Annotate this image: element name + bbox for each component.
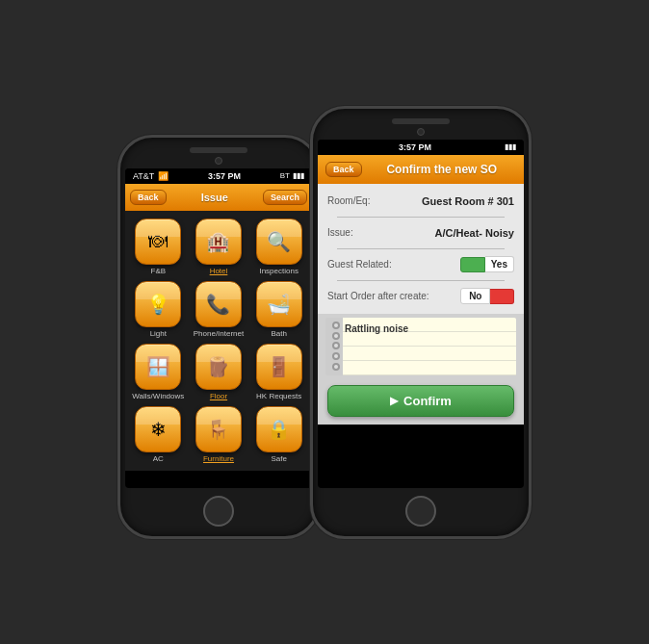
toggle-green-indicator bbox=[460, 257, 485, 272]
note-ring-4 bbox=[332, 352, 340, 360]
icon-item-phone-internet[interactable]: 📞Phone/Internet bbox=[192, 281, 247, 338]
back-button-2[interactable]: Back bbox=[325, 162, 362, 177]
note-ring-2 bbox=[332, 332, 340, 340]
guest-related-toggle[interactable]: Yes bbox=[460, 256, 514, 272]
guest-related-label: Guest Related: bbox=[327, 259, 392, 270]
scene: AT&T 📶 3:57 PM BT ▮▮▮ Back Issue Search … bbox=[117, 106, 532, 539]
status-right-1: BT ▮▮▮ bbox=[280, 171, 304, 180]
note-binding bbox=[329, 318, 343, 375]
icon-item-light[interactable]: 💡Light bbox=[131, 281, 186, 338]
icon-label-inspections: Inspections bbox=[259, 267, 298, 275]
time-display-1: 3:57 PM bbox=[208, 171, 241, 181]
toggle-no-label: No bbox=[460, 288, 490, 304]
screen-title-1: Issue bbox=[170, 192, 259, 203]
phone-2: 3:57 PM ▮▮▮ Back Confirm the new SO Room… bbox=[310, 106, 532, 539]
icon-box-phone-internet: 📞 bbox=[195, 281, 242, 327]
icon-label-hotel: Hotel bbox=[210, 267, 228, 275]
note-ring-3 bbox=[332, 342, 340, 349]
icon-item-hotel[interactable]: 🏨Hotel bbox=[192, 219, 247, 275]
icon-box-light: 💡 bbox=[135, 281, 181, 327]
note-area[interactable]: Rattling noise bbox=[325, 318, 516, 375]
icon-item-bath[interactable]: 🛁Bath bbox=[251, 281, 306, 338]
icon-item-ac[interactable]: ❄AC bbox=[131, 406, 186, 463]
icon-box-bath: 🛁 bbox=[256, 281, 302, 327]
confirm-button[interactable]: ▶ Confirm bbox=[327, 385, 514, 417]
phone-1-home-area bbox=[203, 488, 234, 536]
confirm-screen: Back Confirm the new SO Room/Eq: Guest R… bbox=[318, 155, 524, 425]
icon-box-inspections: 🔍 bbox=[256, 219, 302, 265]
confirm-title: Confirm the new SO bbox=[368, 163, 516, 176]
battery-icon: ▮▮▮ bbox=[293, 171, 304, 180]
icon-label-ac: AC bbox=[153, 454, 164, 463]
icon-item-furniture[interactable]: 🪑Furniture bbox=[192, 406, 247, 463]
icon-box-fnb: 🍽 bbox=[135, 219, 181, 265]
icon-item-inspections[interactable]: 🔍Inspections bbox=[251, 219, 306, 275]
icon-box-ac: ❄ bbox=[135, 406, 181, 452]
room-label: Room/Eq: bbox=[327, 195, 370, 206]
guest-related-row: Guest Related: Yes bbox=[327, 255, 514, 274]
battery-icon-2: ▮▮▮ bbox=[505, 142, 516, 151]
toggle-yes-label: Yes bbox=[485, 256, 514, 272]
issue-value: A/C/Heat- Noisy bbox=[434, 227, 514, 239]
status-left-1: AT&T 📶 bbox=[133, 171, 169, 181]
note-ring-5 bbox=[332, 363, 340, 371]
start-order-toggle[interactable]: No bbox=[460, 288, 514, 304]
confirm-label: Confirm bbox=[403, 394, 452, 408]
icon-item-floor[interactable]: 🪵Floor bbox=[192, 344, 247, 400]
start-order-row: Start Order after create: No bbox=[327, 287, 514, 306]
note-ring-1 bbox=[332, 322, 340, 329]
phone-1-camera bbox=[215, 157, 222, 165]
icon-label-floor: Floor bbox=[210, 392, 227, 400]
room-row: Room/Eq: Guest Room # 301 bbox=[327, 192, 514, 211]
divider-2 bbox=[337, 248, 505, 249]
icon-item-safe[interactable]: 🔒Safe bbox=[251, 406, 306, 463]
search-button-1[interactable]: Search bbox=[263, 190, 307, 205]
icon-label-phone-internet: Phone/Internet bbox=[194, 329, 244, 338]
top-bar-1: Back Issue Search bbox=[125, 184, 312, 211]
carrier-label: AT&T bbox=[133, 171, 154, 181]
icon-label-hk-requests: HK Requests bbox=[256, 392, 301, 400]
icon-box-floor: 🪵 bbox=[195, 344, 242, 390]
start-order-label: Start Order after create: bbox=[327, 291, 429, 301]
room-value: Guest Room # 301 bbox=[422, 195, 514, 207]
icon-label-light: Light bbox=[150, 329, 167, 338]
status-bar-2: 3:57 PM ▮▮▮ bbox=[318, 140, 524, 155]
phone-2-home-area bbox=[405, 488, 436, 536]
phone-2-speaker bbox=[392, 118, 450, 124]
note-text: Rattling noise bbox=[345, 323, 508, 334]
icon-box-walls-windows: 🪟 bbox=[135, 344, 181, 390]
toggle-red-indicator bbox=[490, 289, 514, 304]
phone-1-speaker bbox=[190, 147, 247, 153]
icon-box-furniture: 🪑 bbox=[195, 406, 242, 452]
phone-1: AT&T 📶 3:57 PM BT ▮▮▮ Back Issue Search … bbox=[117, 135, 320, 539]
phone-2-screen: 3:57 PM ▮▮▮ Back Confirm the new SO Room… bbox=[318, 140, 524, 488]
icon-label-bath: Bath bbox=[271, 329, 286, 338]
icon-box-safe: 🔒 bbox=[256, 406, 302, 452]
icon-box-hotel: 🏨 bbox=[195, 219, 242, 265]
icon-grid: 🍽F&B🏨Hotel🔍Inspections💡Light📞Phone/Inter… bbox=[125, 211, 312, 471]
issue-row: Issue: A/C/Heat- Noisy bbox=[327, 223, 514, 243]
home-button-2[interactable] bbox=[405, 496, 436, 527]
phone-1-screen: AT&T 📶 3:57 PM BT ▮▮▮ Back Issue Search … bbox=[125, 168, 312, 488]
issue-label: Issue: bbox=[327, 227, 353, 238]
divider-1 bbox=[337, 217, 505, 218]
confirm-top-bar: Back Confirm the new SO bbox=[318, 155, 524, 184]
time-display-2: 3:57 PM bbox=[399, 142, 431, 152]
back-button-1[interactable]: Back bbox=[130, 190, 167, 205]
wifi-icon: 📶 bbox=[158, 171, 169, 181]
status-bar-1: AT&T 📶 3:57 PM BT ▮▮▮ bbox=[125, 168, 312, 184]
icon-item-fnb[interactable]: 🍽F&B bbox=[131, 219, 186, 275]
icon-box-hk-requests: 🚪 bbox=[256, 344, 302, 390]
home-button-1[interactable] bbox=[203, 496, 234, 527]
icon-label-walls-windows: Walls/Windows bbox=[132, 392, 184, 400]
icon-label-safe: Safe bbox=[271, 454, 286, 463]
divider-3 bbox=[337, 280, 505, 281]
confirm-rows: Room/Eq: Guest Room # 301 Issue: A/C/Hea… bbox=[318, 184, 524, 314]
confirm-arrow-icon: ▶ bbox=[390, 395, 398, 407]
icon-item-hk-requests[interactable]: 🚪HK Requests bbox=[251, 344, 306, 400]
bluetooth-icon: BT bbox=[280, 171, 290, 180]
icon-label-furniture: Furniture bbox=[203, 454, 234, 463]
phone-2-camera bbox=[417, 128, 425, 136]
icon-label-fnb: F&B bbox=[151, 267, 167, 275]
icon-item-walls-windows[interactable]: 🪟Walls/Windows bbox=[131, 344, 186, 400]
